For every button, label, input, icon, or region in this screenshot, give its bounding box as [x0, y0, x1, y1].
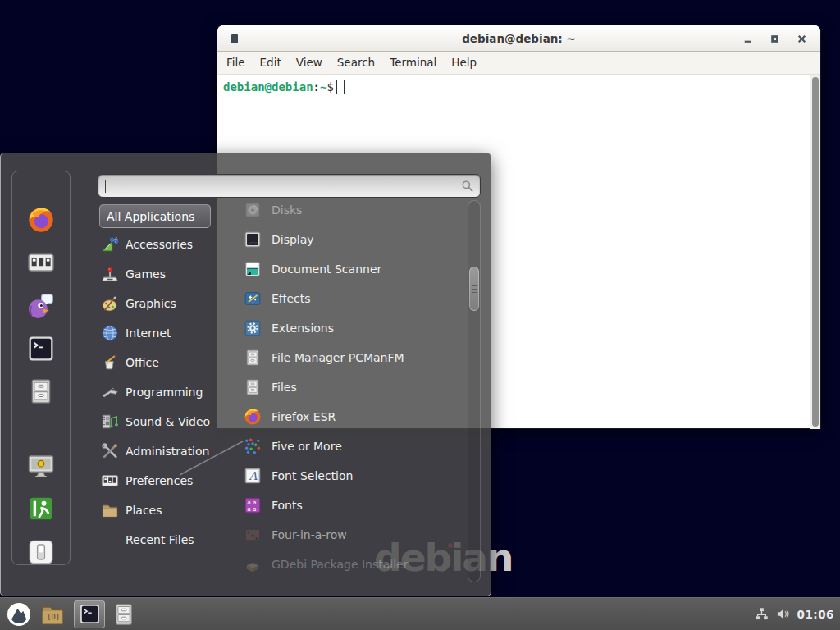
disks-icon	[244, 201, 262, 219]
office-icon	[101, 354, 119, 372]
category-label: Office	[126, 356, 159, 369]
category-all-applications[interactable]: All Applications	[99, 204, 211, 228]
fonts-icon: a aa a	[244, 496, 262, 514]
menu-launcher-button[interactable]	[4, 600, 34, 629]
five-or-more-icon	[244, 437, 262, 455]
files-launcher[interactable]	[109, 600, 139, 629]
category-label: Accessories	[126, 238, 193, 251]
category-sound-video[interactable]: Sound & Video	[99, 407, 239, 436]
app-label: Fonts	[272, 499, 303, 512]
terminal-icon	[79, 603, 101, 625]
category-administration[interactable]: Administration	[99, 436, 239, 466]
gdebi-icon	[244, 555, 262, 573]
home-folder-launcher[interactable]: [D]	[38, 600, 67, 629]
terminal-cursor	[336, 80, 345, 94]
folder-home-icon: [D]	[40, 602, 65, 627]
app-files[interactable]: Files	[244, 372, 462, 402]
app-four-in-a-row[interactable]: Four-in-a-row	[244, 520, 462, 550]
app-label: Four-in-a-row	[272, 528, 347, 541]
taskbar-terminal-active[interactable]	[74, 600, 105, 628]
search-field[interactable]	[98, 174, 481, 198]
app-label: Font Selection	[272, 469, 353, 482]
category-games[interactable]: Games	[99, 259, 239, 289]
app-extensions[interactable]: Extensions	[244, 313, 462, 343]
app-effects[interactable]: Effects	[244, 284, 462, 313]
terminal-menu-view[interactable]: View	[289, 52, 330, 74]
app-disks[interactable]: Disks	[244, 195, 462, 225]
favorite-lock-screen[interactable]	[27, 452, 55, 480]
app-label: File Manager PCManFM	[272, 351, 404, 364]
graphics-icon	[101, 294, 119, 313]
network-icon[interactable]	[755, 607, 769, 621]
file-cabinet-icon	[27, 377, 55, 405]
app-label: Document Scanner	[272, 262, 381, 276]
app-file-manager-pcmanfm[interactable]: File Manager PCManFM	[244, 343, 462, 372]
app-gdebi-package-installer[interactable]: GDebi Package Installer	[244, 550, 462, 579]
app-font-selection[interactable]: AFont Selection	[244, 461, 462, 491]
minimize-icon	[742, 34, 753, 44]
app-display[interactable]: Display	[244, 225, 462, 254]
volume-icon[interactable]	[776, 607, 790, 621]
favorite-settings-panel[interactable]	[27, 249, 55, 276]
favorite-terminal[interactable]	[27, 335, 55, 363]
terminal-prompt: debian@debian:~$	[223, 80, 345, 94]
terminal-menu-edit[interactable]: Edit	[253, 52, 289, 74]
favorite-shutdown[interactable]	[27, 538, 55, 566]
logout-icon	[27, 495, 55, 523]
menu-scrollbar-thumb[interactable]	[469, 267, 479, 311]
category-programming[interactable]: Programming	[99, 377, 239, 407]
maximize-button[interactable]	[769, 34, 780, 44]
category-label: Graphics	[126, 297, 176, 310]
category-recent-files[interactable]: Recent Files	[99, 525, 239, 555]
effects-icon	[244, 290, 262, 308]
favorite-logout[interactable]	[27, 495, 55, 523]
app-document-scanner[interactable]: Document Scanner	[244, 254, 462, 284]
four-in-a-row-icon	[244, 526, 262, 544]
category-label: Internet	[126, 326, 171, 340]
app-label: Effects	[272, 292, 311, 305]
lock-screen-icon	[27, 452, 55, 480]
terminal-scrollbar-thumb[interactable]	[812, 77, 819, 427]
games-icon	[101, 265, 119, 283]
category-office[interactable]: Office	[99, 348, 239, 377]
system-tray: 01:06	[755, 607, 840, 621]
category-label: Administration	[126, 445, 209, 458]
app-five-or-more[interactable]: Five or More	[244, 431, 462, 461]
category-label: Preferences	[126, 474, 193, 487]
document-scanner-icon	[244, 260, 262, 278]
terminal-menu-help[interactable]: Help	[444, 52, 484, 74]
close-icon	[797, 34, 807, 44]
terminal-menu-file[interactable]: File	[219, 52, 253, 74]
category-places[interactable]: Places	[99, 495, 239, 525]
firefox-icon	[27, 206, 55, 234]
maximize-icon	[769, 34, 780, 44]
close-button[interactable]	[797, 34, 807, 44]
favorite-file-cabinet[interactable]	[27, 377, 55, 405]
category-internet[interactable]: Internet	[99, 318, 239, 348]
internet-icon	[101, 324, 119, 342]
terminal-menu-terminal[interactable]: Terminal	[382, 52, 444, 74]
terminal-menu-search[interactable]: Search	[330, 52, 382, 74]
category-accessories[interactable]: Accessories	[99, 230, 239, 259]
category-label: Places	[126, 504, 162, 517]
terminal-titlebar[interactable]: debian@debian: ~	[217, 25, 820, 52]
terminal-menubar: FileEditViewSearchTerminalHelp	[217, 52, 820, 75]
terminal-scrollbar[interactable]	[810, 75, 820, 429]
app-fonts[interactable]: a aa aFonts	[244, 491, 462, 520]
minimize-button[interactable]	[742, 34, 753, 44]
favorite-pidgin[interactable]	[27, 292, 55, 320]
extensions-icon	[244, 319, 262, 337]
menu-scrollbar[interactable]	[468, 200, 481, 582]
file-cabinet-icon	[244, 378, 262, 396]
search-input[interactable]	[105, 177, 450, 194]
category-label: Games	[126, 267, 166, 281]
category-graphics[interactable]: Graphics	[99, 289, 239, 318]
category-preferences[interactable]: Preferences	[99, 466, 239, 495]
favorite-firefox[interactable]	[27, 206, 55, 234]
app-label: Display	[272, 233, 314, 246]
svg-text:a a: a a	[247, 505, 256, 513]
search-magnifier-icon	[461, 180, 474, 193]
app-firefox-esr[interactable]: Firefox ESR	[244, 402, 462, 431]
clock[interactable]: 01:06	[797, 608, 834, 621]
prompt-symbol: $	[326, 80, 333, 94]
